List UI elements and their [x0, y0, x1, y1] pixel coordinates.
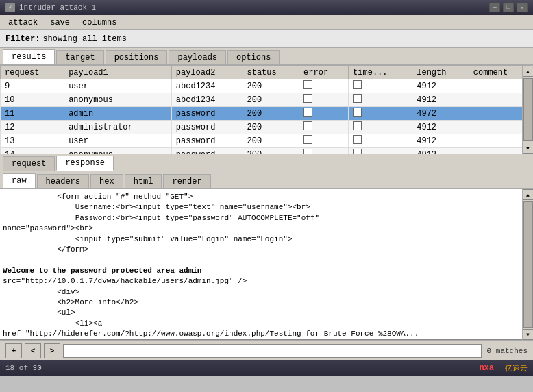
- col-status: status: [243, 66, 299, 79]
- col-length: length: [412, 66, 469, 79]
- content-line: Password:<br><input type="password" AUTO…: [3, 213, 519, 223]
- subtab-hex[interactable]: hex: [90, 174, 123, 188]
- close-button[interactable]: ✕: [517, 3, 528, 12]
- menu-attack[interactable]: attack: [3, 16, 43, 29]
- table-row[interactable]: 9userabcd12342004912: [1, 79, 533, 93]
- window-controls: ─ □ ✕: [489, 3, 528, 12]
- next-button[interactable]: >: [44, 343, 60, 358]
- main-tab-bar: results target positions payloads option…: [0, 48, 533, 66]
- content-line: name="password"><br>: [3, 223, 519, 234]
- content-scroll-thumb[interactable]: [523, 201, 533, 328]
- col-request: request: [1, 66, 64, 79]
- content-line: href="http://hiderefer.com/?http://www.o…: [3, 329, 519, 339]
- menu-columns[interactable]: columns: [77, 16, 122, 29]
- tab-positions[interactable]: positions: [106, 50, 168, 64]
- content-scroll-down[interactable]: ▼: [523, 329, 534, 340]
- req-resp-tab-bar: request response: [0, 154, 533, 171]
- content-wrapper: <form action="#" method="GET"> Username:…: [0, 189, 533, 340]
- search-input[interactable]: [63, 344, 482, 358]
- table-scrollbar[interactable]: ▲ ▼: [522, 66, 533, 154]
- error-checkbox[interactable]: [303, 94, 312, 103]
- tab-results[interactable]: results: [3, 49, 55, 64]
- subtab-headers[interactable]: headers: [37, 174, 89, 188]
- timeout-checkbox[interactable]: [353, 121, 362, 130]
- table-header-row: request payload1 payload2 status error t…: [1, 66, 533, 79]
- minimize-button[interactable]: ─: [489, 3, 500, 12]
- subtab-html[interactable]: html: [125, 174, 162, 188]
- title-bar-left: ⚡ intruder attack 1: [5, 3, 96, 12]
- content-line: <ul>: [3, 308, 519, 318]
- tab-options[interactable]: options: [227, 50, 280, 64]
- maximize-button[interactable]: □: [503, 3, 514, 12]
- timeout-checkbox[interactable]: [353, 108, 362, 117]
- menu-bar: attack save columns: [0, 15, 533, 30]
- subtab-render[interactable]: render: [163, 174, 210, 188]
- timeout-checkbox[interactable]: [353, 80, 362, 89]
- tab-target[interactable]: target: [56, 50, 103, 64]
- timeout-checkbox[interactable]: [353, 149, 362, 154]
- error-checkbox[interactable]: [303, 108, 312, 117]
- col-time: time...: [349, 66, 412, 79]
- tab-request[interactable]: request: [3, 156, 55, 171]
- content-line: <input type="submit" value="Login" name=…: [3, 234, 519, 245]
- prev-button[interactable]: <: [25, 343, 41, 358]
- content-scroll-up[interactable]: ▲: [523, 189, 534, 200]
- error-checkbox[interactable]: [303, 135, 312, 144]
- content-line: <li><a: [3, 319, 519, 329]
- window-title: intruder attack 1: [19, 3, 96, 12]
- filter-text: showing all items: [42, 34, 126, 44]
- sub-tab-bar: raw headers hex html render: [0, 171, 533, 189]
- error-checkbox[interactable]: [303, 121, 312, 130]
- status-bar: 18 of 30 nxa 亿速云: [0, 360, 533, 376]
- content-line: Username:<br><input type="text" name="us…: [3, 202, 519, 212]
- col-payload2: payload2: [171, 66, 243, 79]
- match-count: 0 matches: [487, 347, 528, 355]
- timeout-checkbox[interactable]: [353, 94, 362, 103]
- table-row[interactable]: 10anonymousabcd12342004912: [1, 93, 533, 107]
- content-line: src="http://10.0.1.7/dvwa/hackable/users…: [3, 276, 519, 286]
- filter-label: Filter:: [5, 34, 40, 44]
- timeout-checkbox[interactable]: [353, 135, 362, 144]
- table-row[interactable]: 11adminpassword2004972: [1, 107, 533, 121]
- menu-save[interactable]: save: [45, 16, 75, 29]
- col-payload1: payload1: [64, 66, 172, 79]
- title-bar: ⚡ intruder attack 1 ─ □ ✕: [0, 0, 533, 15]
- content-scrollbar[interactable]: ▲ ▼: [522, 189, 533, 340]
- tab-payloads[interactable]: payloads: [169, 50, 226, 64]
- page-info: 18 of 30: [5, 364, 42, 372]
- app-icon: ⚡: [5, 3, 15, 12]
- results-table-container: request payload1 payload2 status error t…: [0, 66, 533, 154]
- error-checkbox[interactable]: [303, 149, 312, 154]
- status-right: nxa 亿速云: [479, 363, 528, 373]
- results-table: request payload1 payload2 status error t…: [0, 66, 533, 154]
- scroll-down[interactable]: ▼: [523, 143, 534, 154]
- tab-response[interactable]: response: [56, 156, 114, 171]
- subtab-raw[interactable]: raw: [3, 173, 36, 188]
- content-line: <form action="#" method="GET">: [3, 192, 519, 202]
- error-checkbox[interactable]: [303, 80, 312, 89]
- scroll-up[interactable]: ▲: [523, 66, 534, 77]
- logo-yl: 亿速云: [505, 363, 528, 373]
- content-line: </form>: [3, 245, 519, 255]
- content-line: Welcome to the password protected area a…: [3, 255, 519, 276]
- scroll-thumb[interactable]: [523, 78, 533, 141]
- content-line: <h2>More info</h2>: [3, 297, 519, 308]
- table-row[interactable]: 12administratorpassword2004912: [1, 121, 533, 134]
- table-row[interactable]: 14anonymouspassword2004912: [1, 148, 533, 154]
- logo-nxa: nxa: [479, 363, 494, 373]
- add-button[interactable]: +: [5, 343, 22, 358]
- table-row[interactable]: 13userpassword2004912: [1, 134, 533, 148]
- col-error: error: [299, 66, 349, 79]
- response-content: <form action="#" method="GET"> Username:…: [0, 189, 522, 340]
- content-line: <div>: [3, 287, 519, 297]
- bottom-bar: + < > 0 matches: [0, 340, 533, 360]
- filter-bar: Filter: showing all items: [0, 30, 533, 48]
